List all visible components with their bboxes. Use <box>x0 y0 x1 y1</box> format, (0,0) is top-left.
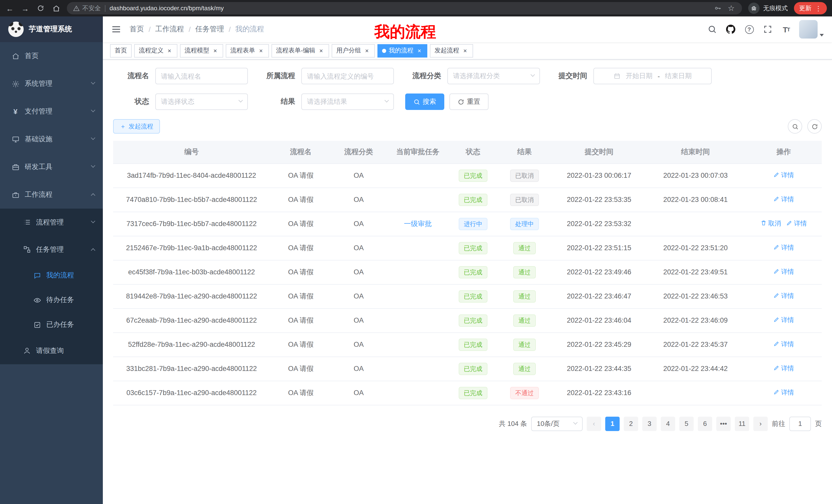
action-详情[interactable]: 详情 <box>773 388 794 397</box>
sidebar-item-label: 待办任务 <box>46 296 74 305</box>
refresh-table-icon[interactable] <box>807 119 822 134</box>
start-process-button[interactable]: ＋ 发起流程 <box>113 119 160 134</box>
status-select[interactable]: 请选择状态 <box>155 93 248 110</box>
cell-name: OA 请假 <box>270 381 332 405</box>
fullscreen-icon[interactable] <box>762 24 773 35</box>
action-详情[interactable]: 详情 <box>773 364 794 373</box>
parent-process-input[interactable] <box>301 68 394 84</box>
current-task-link[interactable]: 一级审批 <box>404 220 432 227</box>
page-url[interactable]: dashboard.yudao.iocoder.cn/bpm/task/my <box>109 5 709 12</box>
tab-首页[interactable]: 首页 <box>110 44 132 57</box>
sidebar-item-workflow[interactable]: 工作流程 <box>0 181 103 208</box>
password-key-icon[interactable] <box>713 4 723 13</box>
tab-用户分组[interactable]: 用户分组× <box>332 44 375 57</box>
result-select[interactable]: 请选择流结果 <box>301 93 394 110</box>
sidebar-item-infra[interactable]: 基础设施 <box>0 125 103 153</box>
sidebar-item-todo-tasks[interactable]: 待办任务 <box>0 288 103 312</box>
address-bar[interactable]: 不安全 dashboard.yudao.iocoder.cn/bpm/task/… <box>67 2 742 15</box>
breadcrumb-workflow[interactable]: 工作流程 <box>155 25 184 34</box>
cell-id: 03c6c157-7b9a-11ec-a290-acde48001122 <box>113 381 270 405</box>
page-button-1[interactable]: 1 <box>605 416 620 431</box>
sidebar-toggle-icon[interactable] <box>111 24 121 34</box>
avatar[interactable] <box>799 20 817 38</box>
breadcrumb-task-mgmt[interactable]: 任务管理 <box>196 25 224 34</box>
page-button-6[interactable]: 6 <box>698 416 712 431</box>
close-tab-icon[interactable]: × <box>462 47 468 54</box>
result-badge: 通过 <box>513 338 536 351</box>
page-ellipsis[interactable]: ••• <box>716 416 731 431</box>
sidebar-item-my-process[interactable]: 我的流程 <box>0 263 103 288</box>
cell-name: OA 请假 <box>270 212 332 236</box>
action-详情[interactable]: 详情 <box>773 316 794 325</box>
next-page-button[interactable]: › <box>753 416 768 431</box>
tab-label: 流程定义 <box>139 46 163 55</box>
browser-home-icon[interactable] <box>51 4 61 13</box>
page-button-3[interactable]: 3 <box>642 416 657 431</box>
action-详情[interactable]: 详情 <box>773 292 794 301</box>
close-tab-icon[interactable]: × <box>166 47 173 54</box>
sidebar-item-payment[interactable]: ¥支付管理 <box>0 97 103 125</box>
page-button-4[interactable]: 4 <box>661 416 675 431</box>
tab-流程表单-编辑[interactable]: 流程表单-编辑× <box>271 44 329 57</box>
cell-status: 已完成 <box>450 188 496 212</box>
category-select[interactable]: 请选择流程分类 <box>447 68 540 84</box>
tab-我的流程[interactable]: 我的流程× <box>378 44 427 57</box>
app-logo[interactable]: 芋道管理系统 <box>0 17 103 42</box>
column-header: 当前审批任务 <box>386 141 450 163</box>
tab-发起流程[interactable]: 发起流程× <box>430 44 473 57</box>
submit-time-range-picker[interactable]: 开始日期 - 结束日期 <box>593 68 712 84</box>
tab-流程定义[interactable]: 流程定义× <box>134 44 177 57</box>
sidebar-item-devtools[interactable]: 研发工具 <box>0 153 103 181</box>
update-button[interactable]: 更新 ⋮ <box>794 2 827 15</box>
close-tab-icon[interactable]: × <box>318 47 324 54</box>
sidebar-item-done-tasks[interactable]: 已办任务 <box>0 312 103 337</box>
action-详情[interactable]: 详情 <box>773 171 794 180</box>
toggle-search-icon[interactable] <box>788 119 802 134</box>
action-取消[interactable]: 取消 <box>760 219 781 228</box>
tab-流程表单[interactable]: 流程表单× <box>226 44 269 57</box>
sidebar-item-process-mgmt[interactable]: 流程管理 <box>0 208 103 236</box>
action-详情[interactable]: 详情 <box>773 244 794 252</box>
search-button[interactable]: 搜索 <box>405 93 444 110</box>
page-button-5[interactable]: 5 <box>679 416 694 431</box>
sidebar-item-system[interactable]: 系统管理 <box>0 70 103 97</box>
sidebar-item-task-mgmt[interactable]: 任务管理 <box>0 236 103 263</box>
close-tab-icon[interactable]: × <box>212 47 218 54</box>
breadcrumb-home[interactable]: 首页 <box>130 25 144 34</box>
table-row: 03c6c157-7b9a-11ec-a290-acde48001122OA 请… <box>113 381 822 405</box>
github-icon[interactable] <box>725 24 736 35</box>
security-warning[interactable]: 不安全 <box>73 4 101 12</box>
goto-label: 前往 <box>772 419 785 428</box>
page-button-2[interactable]: 2 <box>624 416 638 431</box>
close-tab-icon[interactable]: × <box>258 47 264 54</box>
browser-back-icon[interactable]: ← <box>5 4 15 13</box>
browser-reload-icon[interactable] <box>36 4 45 13</box>
user-menu[interactable] <box>799 20 824 38</box>
edit-icon <box>773 389 780 397</box>
header-search-icon[interactable] <box>706 24 718 35</box>
page-button-11[interactable]: 11 <box>735 416 749 431</box>
action-详情[interactable]: 详情 <box>773 195 794 204</box>
browser-forward-icon[interactable]: → <box>21 4 30 13</box>
process-name-input[interactable] <box>155 68 248 84</box>
font-size-icon[interactable]: TT <box>781 24 792 35</box>
cell-category: OA <box>332 163 386 188</box>
bookmark-star-icon[interactable]: ☆ <box>727 4 736 13</box>
prev-page-button[interactable]: ‹ <box>587 416 601 431</box>
action-详情[interactable]: 详情 <box>786 219 807 228</box>
page-size-select[interactable]: 10条/页 <box>531 416 582 431</box>
sidebar-item-home[interactable]: 首页 <box>0 42 103 70</box>
help-icon[interactable]: ? <box>744 24 755 35</box>
action-详情[interactable]: 详情 <box>773 340 794 349</box>
table-toolbar: ＋ 发起流程 <box>113 119 822 134</box>
tab-流程模型[interactable]: 流程模型× <box>180 44 223 57</box>
edit-icon <box>773 244 780 252</box>
status-badge: 已完成 <box>459 314 488 327</box>
reset-button[interactable]: 重置 <box>449 93 489 110</box>
browser-menu-icon[interactable]: ⋮ <box>815 5 822 11</box>
close-tab-icon[interactable]: × <box>416 47 423 54</box>
goto-page-input[interactable] <box>789 416 811 431</box>
action-详情[interactable]: 详情 <box>773 268 794 276</box>
close-tab-icon[interactable]: × <box>364 47 370 54</box>
sidebar-item-leave-query[interactable]: 请假查询 <box>0 337 103 364</box>
